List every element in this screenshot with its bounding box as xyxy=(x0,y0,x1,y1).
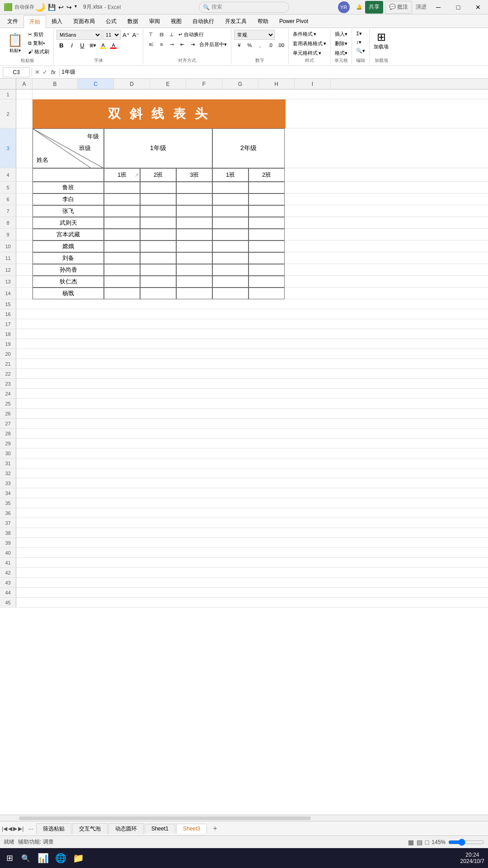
cell-f11[interactable] xyxy=(212,252,249,264)
tab-review[interactable]: 审阅 xyxy=(144,15,165,28)
format-painter-btn[interactable]: 🖌 格式刷 xyxy=(27,48,51,56)
cell-f13[interactable] xyxy=(212,276,249,288)
right-align-btn[interactable]: ⊸ xyxy=(167,40,177,49)
cell-e14[interactable] xyxy=(176,288,212,299)
save-icon[interactable]: 💾 xyxy=(47,4,56,11)
win-controls[interactable]: ─ □ ✕ xyxy=(428,0,488,14)
cell-g12[interactable] xyxy=(249,264,285,276)
merge-btn[interactable]: 合并后居中▾ xyxy=(198,41,228,48)
number-format-selector[interactable]: 常规 xyxy=(234,30,275,40)
middle-align-btn[interactable]: ⊟ xyxy=(156,30,166,39)
tab-view[interactable]: 视图 xyxy=(165,15,187,28)
underline-btn[interactable]: U xyxy=(77,41,87,50)
wrap-text-btn[interactable]: ↵ 自动换行 xyxy=(177,31,205,38)
tab-sheet-dongtatuan[interactable]: 动态圆环 xyxy=(108,823,144,834)
cell-e7[interactable] xyxy=(176,205,212,217)
increase-decimal-btn[interactable]: .0 xyxy=(265,41,275,50)
table-style-btn[interactable]: 套用表格格式▾ xyxy=(291,39,328,48)
conditional-format-btn[interactable]: 条件格式▾ xyxy=(291,30,328,38)
cell-e11[interactable] xyxy=(176,252,212,264)
cell-b4-name[interactable] xyxy=(33,168,104,182)
cell-d10[interactable] xyxy=(140,241,176,252)
cell-d14[interactable] xyxy=(140,288,176,299)
col-header-a[interactable]: A xyxy=(16,79,33,89)
taskbar-browser[interactable]: 🌐 xyxy=(53,853,68,863)
insert-cells-btn[interactable]: 插入▾ xyxy=(333,30,349,38)
cell-g9[interactable] xyxy=(249,229,285,241)
cell-a11[interactable] xyxy=(16,252,33,264)
tab-file[interactable]: 文件 xyxy=(2,15,23,28)
share-btn[interactable]: 共享 xyxy=(365,1,383,14)
cell-a1[interactable] xyxy=(16,90,33,99)
col-header-i[interactable]: I xyxy=(295,79,331,89)
bold-btn[interactable]: B xyxy=(56,41,66,50)
taskbar-files[interactable]: 📁 xyxy=(71,853,86,863)
cell-d13[interactable] xyxy=(140,276,176,288)
cut-btn[interactable]: ✂ 剪切 xyxy=(27,31,51,38)
autosave-toggle[interactable]: 自动保存 🌙 xyxy=(14,2,45,12)
close-btn[interactable]: ✕ xyxy=(468,0,488,14)
cell-name-13[interactable]: 狄仁杰 xyxy=(33,276,104,288)
user-avatar[interactable]: YR xyxy=(338,1,350,13)
cell-g5[interactable] xyxy=(249,182,285,193)
view-normal-btn[interactable]: ▦ xyxy=(408,839,414,846)
indent-increase-btn[interactable]: ⇥ xyxy=(188,40,197,49)
currency-btn[interactable]: ¥ xyxy=(234,41,244,50)
tab-sheet-caixuan[interactable]: 筛选粘贴 xyxy=(36,823,71,834)
cell-c13[interactable] xyxy=(104,276,140,288)
cell-f9[interactable] xyxy=(212,229,249,241)
zoom-slider[interactable] xyxy=(448,839,484,846)
center-align-btn[interactable]: ≡ xyxy=(156,40,166,49)
cell-d11[interactable] xyxy=(140,252,176,264)
tab-powerpivot[interactable]: Power Pivot xyxy=(274,15,314,28)
cell-a6[interactable] xyxy=(16,193,33,205)
cell-g13[interactable] xyxy=(249,276,285,288)
cell-name-10[interactable]: 嫦娥 xyxy=(33,241,104,252)
cell-a13[interactable] xyxy=(16,276,33,288)
cell-c8[interactable] xyxy=(104,217,140,229)
formula-input[interactable] xyxy=(61,67,485,77)
cell-f14[interactable] xyxy=(212,288,249,299)
addon-btn[interactable]: ⊞ 加载项 xyxy=(372,30,390,51)
formula-confirm-icon[interactable]: ✓ xyxy=(42,69,48,75)
cell-f10[interactable] xyxy=(212,241,249,252)
copy-btn[interactable]: ⧉ 复制▾ xyxy=(27,39,51,47)
tab-autorun[interactable]: 自动执行 xyxy=(187,15,220,28)
taskbar-search[interactable]: 🔍 xyxy=(19,854,33,863)
view-page-btn[interactable]: □ xyxy=(425,839,429,846)
cell-e6[interactable] xyxy=(176,193,212,205)
cell-d9[interactable] xyxy=(140,229,176,241)
col-header-g[interactable]: G xyxy=(222,79,258,89)
col-header-c[interactable]: C xyxy=(78,79,114,89)
diagonal-header-cell[interactable]: 年级 班级 姓名 xyxy=(33,128,104,168)
cell-name-7[interactable]: 张飞 xyxy=(33,205,104,217)
cell-style-btn[interactable]: 单元格样式▾ xyxy=(291,49,328,57)
maximize-btn[interactable]: □ xyxy=(448,0,468,14)
cell-name-14[interactable]: 杨戬 xyxy=(33,288,104,299)
cell-a8[interactable] xyxy=(16,217,33,229)
tab-data[interactable]: 数据 xyxy=(122,15,144,28)
cell-c6[interactable] xyxy=(104,193,140,205)
comment-btn[interactable]: 💬 批注 xyxy=(385,1,412,14)
col-header-b[interactable]: B xyxy=(33,79,78,89)
cell-e9[interactable] xyxy=(176,229,212,241)
cell-d8[interactable] xyxy=(140,217,176,229)
cell-e12[interactable] xyxy=(176,264,212,276)
cell-g10[interactable] xyxy=(249,241,285,252)
fill-color-btn[interactable]: A xyxy=(98,41,108,50)
cell-c10[interactable] xyxy=(104,241,140,252)
more-quick-access-icon[interactable]: ▾ xyxy=(74,4,78,11)
cell-e5[interactable] xyxy=(176,182,212,193)
present-btn[interactable]: 演进 xyxy=(414,3,428,11)
cell-name-5[interactable]: 鲁班 xyxy=(33,182,104,193)
cell-c14[interactable] xyxy=(104,288,140,299)
ribbon-toggle[interactable]: 🔔 xyxy=(353,4,365,10)
cell-a3[interactable] xyxy=(16,128,33,168)
tab-help[interactable]: 帮助 xyxy=(252,15,274,28)
paste-btn[interactable]: 📋 粘贴▾ xyxy=(5,32,26,55)
delete-cells-btn[interactable]: 删除▾ xyxy=(333,39,349,48)
search-box[interactable]: 🔍 搜索 xyxy=(199,2,289,13)
tab-layout[interactable]: 页面布局 xyxy=(68,15,100,28)
comma-btn[interactable]: , xyxy=(255,41,265,50)
cell-g8[interactable] xyxy=(249,217,285,229)
